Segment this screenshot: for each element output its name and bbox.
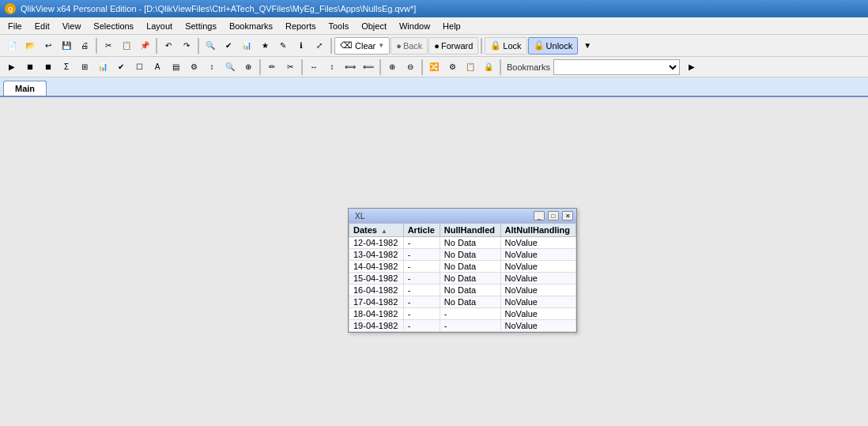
title-text: QlikView x64 Personal Edition - [D:\Qlik… <box>21 4 416 13</box>
tb2-btn-1[interactable]: ▶ <box>3 58 21 76</box>
tb2-btn-3[interactable]: ⏹ <box>40 58 57 76</box>
table-row: 16-04-1982-No DataNoValue <box>349 285 576 296</box>
tb2-btn-25[interactable]: 📋 <box>462 58 479 76</box>
tb2-btn-2[interactable]: ⏹ <box>21 58 39 76</box>
tb2-btn-7[interactable]: ✔ <box>112 58 130 76</box>
cell-article: - <box>403 237 440 249</box>
tb2-btn-15[interactable]: ✏ <box>263 58 281 76</box>
cell-altnull: NoValue <box>500 261 576 273</box>
tb2-btn-17[interactable]: ↔ <box>305 58 323 76</box>
table-row: 19-04-1982--NoValue <box>349 320 576 332</box>
tb2-btn-18[interactable]: ↕ <box>323 58 341 76</box>
widget-titlebar: XL _ □ ✕ <box>349 209 576 223</box>
open-button[interactable]: 📂 <box>21 37 39 55</box>
tb2-btn-26[interactable]: 🔒 <box>480 58 497 76</box>
tb2-btn-8[interactable]: ☐ <box>130 58 148 76</box>
tb2-btn-10[interactable]: ▤ <box>167 58 184 76</box>
info-button[interactable]: ℹ <box>292 37 310 55</box>
copy-button[interactable]: 📋 <box>118 37 135 55</box>
menu-bookmarks[interactable]: Bookmarks <box>223 20 279 32</box>
undo-button[interactable]: ↶ <box>160 37 177 55</box>
expand-button[interactable]: ⤢ <box>311 37 328 55</box>
tb2-btn-6[interactable]: 📊 <box>94 58 111 76</box>
cell-nullhandled: No Data <box>440 249 500 261</box>
sep-tb2-4 <box>421 59 423 75</box>
tb2-btn-9[interactable]: A <box>149 58 166 76</box>
search-button[interactable]: 🔍 <box>202 37 219 55</box>
cell-article: - <box>403 320 440 332</box>
sort-dates-icon: ▲ <box>381 228 387 235</box>
col-dates[interactable]: Dates ▲ <box>349 224 404 237</box>
tb2-btn-13[interactable]: 🔍 <box>221 58 239 76</box>
sep-5 <box>481 38 482 54</box>
sep-tb2-1 <box>259 59 261 75</box>
help-icon-button[interactable]: ✎ <box>274 37 292 55</box>
save-button[interactable]: 💾 <box>58 37 75 55</box>
print-button[interactable]: 🖨 <box>76 37 93 55</box>
new-button[interactable]: 📄 <box>3 37 21 55</box>
tb2-btn-22[interactable]: ⊖ <box>402 58 419 76</box>
lock-button[interactable]: 🔒 Lock <box>485 37 526 55</box>
tb2-btn-5[interactable]: ⊞ <box>76 58 93 76</box>
menu-edit[interactable]: Edit <box>28 20 56 32</box>
col-article[interactable]: Article <box>403 224 440 237</box>
app-icon: Q <box>5 3 16 14</box>
cell-nullhandled: - <box>440 308 500 320</box>
paste-button[interactable]: 📌 <box>136 37 153 55</box>
widget-minimize-button[interactable]: _ <box>534 211 545 221</box>
col-altnull[interactable]: AltNullHandling <box>500 224 576 237</box>
dropdown-extra[interactable]: ▼ <box>579 37 596 55</box>
lock-icon: 🔒 <box>490 40 501 51</box>
menu-settings[interactable]: Settings <box>179 20 223 32</box>
cell-altnull: NoValue <box>500 320 576 332</box>
cell-nullhandled: No Data <box>440 261 500 273</box>
menu-reports[interactable]: Reports <box>279 20 323 32</box>
menu-bar: File Edit View Selections Layout Setting… <box>0 17 868 35</box>
tb2-btn-12[interactable]: ↕ <box>203 58 221 76</box>
tb2-btn-4[interactable]: Σ <box>58 58 75 76</box>
menu-file[interactable]: File <box>2 20 28 32</box>
menu-view[interactable]: View <box>56 20 88 32</box>
tb2-btn-16[interactable]: ✂ <box>281 58 299 76</box>
back-file-button[interactable]: ↩ <box>40 37 57 55</box>
menu-help[interactable]: Help <box>436 20 467 32</box>
col-nullhandled-label: NullHandled <box>444 225 495 235</box>
unlock-label: Unlock <box>546 41 573 51</box>
chart-button[interactable]: 📊 <box>238 37 255 55</box>
widget-close-button[interactable]: ✕ <box>562 211 573 221</box>
sep-3 <box>198 38 199 54</box>
clear-button[interactable]: ⌫ Clear ▼ <box>334 37 390 55</box>
tb2-btn-19[interactable]: ⟺ <box>342 58 359 76</box>
menu-object[interactable]: Object <box>355 20 393 32</box>
tb2-btn-23[interactable]: 🔀 <box>425 58 443 76</box>
menu-selections[interactable]: Selections <box>87 20 140 32</box>
tab-bar: Main <box>0 77 868 97</box>
bookmarks-select[interactable] <box>553 59 680 75</box>
col-nullhandled[interactable]: NullHandled <box>440 224 500 237</box>
tb2-btn-20[interactable]: ⟸ <box>360 58 377 76</box>
tb2-btn-11[interactable]: ⚙ <box>185 58 202 76</box>
bookmarks-extra[interactable]: ▶ <box>683 58 700 76</box>
eraser-icon: ⌫ <box>340 40 353 51</box>
cut-button[interactable]: ✂ <box>100 37 117 55</box>
redo-button[interactable]: ↷ <box>178 37 195 55</box>
bookmark-button[interactable]: ★ <box>256 37 274 55</box>
menu-tools[interactable]: Tools <box>322 20 355 32</box>
tb2-btn-14[interactable]: ⊕ <box>240 58 257 76</box>
tb2-btn-21[interactable]: ⊕ <box>383 58 401 76</box>
cell-altnull: NoValue <box>500 273 576 285</box>
cell-nullhandled: No Data <box>440 237 500 249</box>
tab-main[interactable]: Main <box>3 81 47 96</box>
back-button[interactable]: ● Back <box>391 37 428 55</box>
forward-button[interactable]: ● Forward <box>428 37 478 55</box>
cell-article: - <box>403 308 440 320</box>
tb2-btn-24[interactable]: ⚙ <box>443 58 461 76</box>
menu-window[interactable]: Window <box>393 20 436 32</box>
menu-layout[interactable]: Layout <box>140 20 179 32</box>
unlock-button[interactable]: 🔓 Unlock <box>528 37 579 55</box>
forward-label: Forward <box>441 41 473 51</box>
check-button[interactable]: ✔ <box>220 37 237 55</box>
widget-maximize-button[interactable]: □ <box>548 211 559 221</box>
sep-tb2-2 <box>301 59 303 75</box>
sep-tb2-5 <box>500 59 501 75</box>
